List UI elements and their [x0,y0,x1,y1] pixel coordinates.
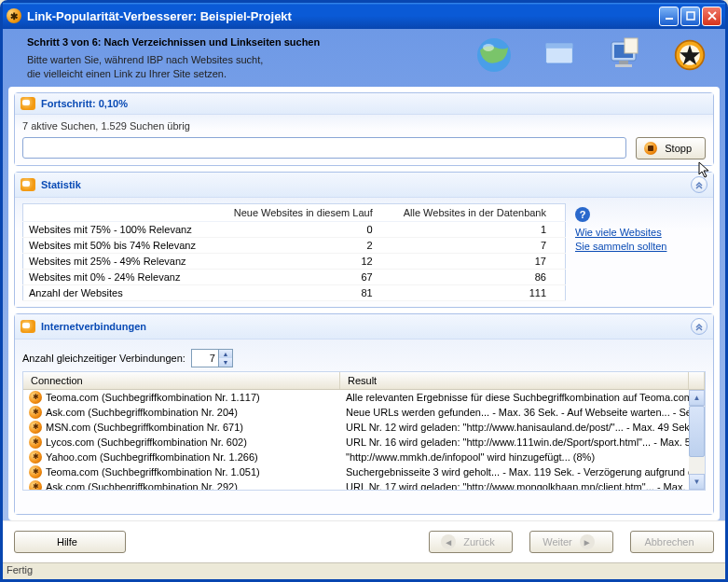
body-area: Fortschritt: 0,10% 7 aktive Suchen, 1.52… [8,87,720,520]
svg-rect-10 [615,64,632,67]
connection-row[interactable]: Ask.com (Suchbegriffkombination Nr. 292)… [23,479,705,490]
wizard-header: Schritt 3 von 6: Nach Verzeichnissen und… [3,29,725,87]
row-label: Websites mit 50% bis 74% Relevanz [23,237,222,253]
app-icon [7,8,21,23]
scroll-up-button[interactable]: ▲ [689,390,705,406]
connection-row[interactable]: Lycos.com (Suchbegriffkombination Nr. 60… [23,435,705,450]
arrow-left-icon: ◄ [441,534,456,549]
table-row: Websites mit 50% bis 74% Relevanz27 [23,237,566,253]
table-row: Anzahl der Websites81111 [23,284,566,300]
status-text: Fertig [7,564,33,575]
connection-icon [29,436,42,449]
collapse-button[interactable] [691,318,707,335]
collapse-button[interactable] [691,176,707,193]
help-link[interactable]: Sie sammeln sollten [575,240,706,254]
connections-panel: Internetverbindungen Anzahl gleichzeitig… [14,313,714,515]
step-line1: Bitte warten Sie, während IBP nach Websi… [27,53,320,67]
help-icon[interactable]: ? [575,207,590,222]
row-label: Websites mit 75% - 100% Relevanz [23,221,222,237]
connection-name: Ask.com (Suchbegriffkombination Nr. 292) [46,481,340,490]
connection-row[interactable]: Teoma.com (Suchbegriffkombination Nr. 1.… [23,464,705,479]
minimize-button[interactable] [659,7,679,26]
col-connection[interactable]: Connection [23,372,340,389]
connection-icon [29,391,42,404]
connection-icon [29,465,42,478]
connections-grid: Connection Result Teoma.com (Suchbegriff… [22,371,706,491]
svg-point-3 [483,44,494,51]
help-button[interactable]: Hilfe [14,531,126,553]
panel-icon [21,97,35,110]
row-all: 17 [391,253,566,269]
svg-rect-8 [625,38,638,53]
spin-down-button[interactable]: ▼ [218,358,232,367]
scroll-thumb[interactable] [689,406,705,457]
conn-count-spinner[interactable]: ▲ ▼ [191,349,233,367]
row-label: Websites mit 25% - 49% Relevanz [23,253,222,269]
progress-title: Fortschritt: 0,10% [41,98,128,109]
arrow-right-icon: ► [580,534,595,549]
scroll-down-button[interactable]: ▼ [689,474,705,490]
statistics-panel: Statistik Neue Websites in diesem Lauf [14,172,714,308]
progress-subtext: 7 aktive Suchen, 1.529 Suchen übrig [22,120,706,132]
cancel-button[interactable]: Abbrechen [630,531,714,553]
scrollbar[interactable]: ▲ ▼ [689,390,705,490]
row-all: 1 [391,221,566,237]
stats-col1: Neue Websites in diesem Lauf [222,203,391,221]
next-button[interactable]: Weiter ► [529,531,613,553]
connection-name: Yahoo.com (Suchbegriffkombination Nr. 1.… [46,451,340,463]
help-label: Hilfe [57,536,77,547]
conn-count-label: Anzahl gleichzeitiger Verbindungen: [22,353,185,364]
stats-col2: Alle Websites in der Datenbank [391,203,566,221]
conns-title: Internetverbindungen [41,321,146,332]
connection-row[interactable]: Yahoo.com (Suchbegriffkombination Nr. 1.… [23,450,705,464]
stats-table: Neue Websites in diesem Lauf Alle Websit… [22,203,566,301]
step-line2: die vielleicht einen Link zu Ihrer Site … [27,67,320,81]
row-new: 2 [222,237,391,253]
cancel-label: Abbrechen [644,536,694,547]
table-row: Websites mit 25% - 49% Relevanz1217 [23,253,566,269]
next-label: Weiter [543,536,572,547]
stop-button[interactable]: Stopp [636,137,706,159]
connection-icon [29,406,42,419]
connection-icon [29,450,42,464]
connection-name: Teoma.com (Suchbegriffkombination Nr. 1.… [46,466,340,478]
stats-help: ? Wie viele Websites Sie sammeln sollten [575,203,706,301]
connection-name: MSN.com (Suchbegriffkombination Nr. 671) [46,422,340,433]
progress-bar [22,137,626,159]
connection-row[interactable]: Teoma.com (Suchbegriffkombination Nr. 1.… [23,390,705,405]
connection-row[interactable]: MSN.com (Suchbegriffkombination Nr. 671)… [23,420,705,435]
scroll-track[interactable] [689,406,705,474]
maximize-button[interactable] [680,7,700,26]
connection-result: Suchergebnisseite 3 wird geholt... - Max… [340,466,705,478]
row-new: 67 [222,269,391,284]
back-button[interactable]: ◄ Zurück [429,531,513,553]
row-all: 86 [391,269,566,284]
connection-icon [29,480,42,490]
connection-name: Ask.com (Suchbegriffkombination Nr. 204) [46,407,340,418]
stop-label: Stopp [665,143,692,154]
help-link[interactable]: Wie viele Websites [575,226,706,240]
spin-up-button[interactable]: ▲ [218,350,232,358]
svg-rect-5 [546,43,573,48]
connection-row[interactable]: Ask.com (Suchbegriffkombination Nr. 204)… [23,405,705,420]
row-all: 7 [391,237,566,253]
panel-icon [21,178,35,191]
connection-result: Neue URLs werden gefunden... - Max. 36 S… [340,407,705,418]
titlebar[interactable]: Link-Popularität-Verbesserer: Beispiel-P… [3,3,725,29]
footer: Hilfe ◄ Zurück Weiter ► Abbrechen [3,520,725,562]
svg-rect-1 [687,12,694,20]
col-result[interactable]: Result [340,372,689,389]
connection-result: "http://www.mmkh.de/infopool" wird hinzu… [340,451,705,463]
col-scroll-spacer [689,372,705,389]
connection-name: Lycos.com (Suchbegriffkombination Nr. 60… [46,436,340,448]
connection-result: URL Nr. 16 wird geladen: "http://www.111… [340,436,705,448]
stats-title: Statistik [41,179,81,190]
panel-icon [21,320,35,333]
step-title: Schritt 3 von 6: Nach Verzeichnissen und… [27,36,320,48]
conn-count-input[interactable] [192,350,218,367]
svg-rect-9 [619,61,628,64]
close-button[interactable] [702,7,721,26]
star-badge-icon [671,36,708,74]
back-label: Zurück [463,536,495,547]
stats-col0 [23,203,222,221]
